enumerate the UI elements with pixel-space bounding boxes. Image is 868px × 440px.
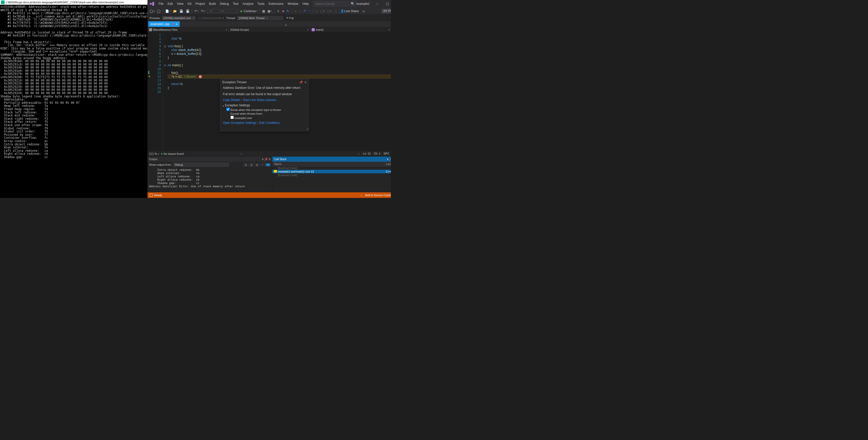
copy-details-link[interactable]: Copy Details: [223, 98, 240, 102]
console-title-text: c:\MSDN\cpp-docs-pr\docs\c-language\ASAN…: [6, 1, 124, 4]
add-source-control-button[interactable]: ↑ Add to Source Control ▴: [361, 194, 391, 197]
nav-project-combo[interactable]: Miscellaneous Files: [148, 28, 229, 32]
close-tab-icon[interactable]: ✕: [176, 23, 178, 26]
dbg-extra-4[interactable]: ⬚: [333, 9, 338, 13]
callstack-row[interactable]: example1.exe!main() Line 12C++: [272, 170, 391, 173]
pause-button[interactable]: ⏸: [276, 9, 281, 13]
callstack-row[interactable]: [External Code]: [272, 173, 391, 177]
exception-popup: Exception Thrown 📌 ✕ Address Sanitizer E…: [220, 79, 309, 131]
nav-fwd-button[interactable]: ◯: [156, 9, 161, 13]
output-btn-5[interactable]: ≡: [266, 163, 271, 166]
callstack-table[interactable]: NameLang: [272, 162, 391, 166]
nav-member-combo[interactable]: main(): [310, 28, 391, 32]
edit-conditions-link[interactable]: Edit Conditions: [259, 121, 280, 125]
menu-tools[interactable]: Tools: [255, 1, 267, 7]
redo-button[interactable]: ↷: [200, 9, 206, 13]
step-into-button[interactable]: ↓: [299, 9, 302, 13]
break-when-thrown-checkbox[interactable]: Break when this exception type is thrown: [226, 107, 306, 112]
output-btn-2[interactable]: ▤: [249, 163, 254, 166]
search-input[interactable]: [315, 2, 348, 5]
cs-pin-icon[interactable]: 📌: [389, 158, 391, 161]
dbg-extra-2[interactable]: ⬚: [319, 9, 326, 13]
new-button[interactable]: 📄: [164, 9, 172, 13]
fold-gutter[interactable]: ⊟⊟: [163, 32, 167, 151]
callstack-row[interactable]: [External Code]: [272, 166, 391, 170]
thread-combo[interactable]: [24608] Main Thread: [237, 16, 283, 20]
output-source-combo[interactable]: Debug: [173, 163, 229, 167]
stop-button[interactable]: ■: [281, 9, 285, 13]
step-over-button[interactable]: ↷: [303, 9, 307, 13]
nav-scope-combo[interactable]: (Global Scope): [229, 28, 310, 32]
output-pin-icon[interactable]: 📌: [265, 158, 268, 161]
thread-btn-2[interactable]: ⚑: [288, 17, 291, 20]
exception-settings-header[interactable]: Exception Settings: [223, 103, 306, 107]
menu-build[interactable]: Build: [207, 1, 218, 7]
step-out-button[interactable]: ↑: [308, 9, 311, 13]
except-example1-checkbox[interactable]: example1.exe: [230, 116, 306, 120]
cs-menu-icon[interactable]: ▾: [387, 158, 388, 161]
output-btn-4[interactable]: ≡: [260, 163, 265, 166]
restart-button[interactable]: ↻: [285, 9, 290, 13]
open-exception-settings-link[interactable]: Open Exception Settings: [223, 121, 256, 125]
menu-test[interactable]: Test: [231, 1, 241, 7]
callstack-rows[interactable]: [External Code]example1.exe!main() Line …: [272, 166, 391, 177]
code-editor[interactable]: ▌➜ 12345678910111213141516 ⊟⊟ char *x; v…: [148, 32, 391, 151]
menu-view[interactable]: View: [175, 1, 186, 7]
output-btn-1[interactable]: ▤: [243, 163, 248, 166]
feedback-button[interactable]: ☺: [361, 9, 366, 13]
output-close-icon[interactable]: ✕: [269, 158, 271, 161]
maximize-button[interactable]: ▢: [382, 0, 391, 8]
platform-combo[interactable]: [221, 9, 237, 13]
cs-col-name[interactable]: Name: [273, 162, 384, 166]
menu-window[interactable]: Window: [285, 1, 301, 7]
continue-button[interactable]: Continue: [240, 9, 258, 13]
menu-git[interactable]: Git: [186, 1, 193, 7]
output-btn-3[interactable]: ▤: [254, 163, 259, 166]
thread-btn-1[interactable]: ⚑: [286, 17, 288, 20]
save-button[interactable]: 💾: [179, 9, 184, 13]
live-share-button[interactable]: 👤 Live Share: [340, 9, 359, 13]
tab-overflow-button[interactable]: ▾: [284, 24, 288, 27]
stackframe-btn[interactable]: ▦: [291, 17, 293, 20]
zoom-combo[interactable]: 111 %: [149, 152, 159, 155]
line-number-gutter: 12345678910111213141516: [151, 32, 163, 151]
resize-grip-icon[interactable]: ◢: [220, 127, 309, 131]
app-status-bar: Ready ↑ Add to Source Control ▴ 🔔: [148, 192, 391, 198]
search-box[interactable]: 🔍: [313, 1, 356, 7]
line-indicator: Ln: 12: [363, 152, 371, 155]
open-button[interactable]: 📂: [172, 9, 178, 13]
process-label: Process:: [150, 17, 160, 20]
dbg-btn-2[interactable]: ▦: [267, 9, 273, 13]
menu-analyze[interactable]: Analyze: [241, 1, 255, 7]
saveall-button[interactable]: 💾: [185, 9, 191, 13]
show-next-stmt-button[interactable]: →: [293, 9, 298, 13]
dbg-extra-3[interactable]: ⬚: [326, 9, 333, 13]
menu-project[interactable]: Project: [193, 1, 207, 7]
lifecycle-events-button[interactable]: ◻ Lifecycle Events ▾: [198, 17, 224, 20]
menu-file[interactable]: File: [157, 1, 165, 7]
dbg-btn-1[interactable]: ▦: [261, 9, 266, 13]
indent-indicator[interactable]: SPC: [383, 152, 389, 155]
console-icon: [1, 1, 5, 4]
exc-pin-icon[interactable]: 📌: [299, 81, 303, 84]
undo-button[interactable]: ↶: [193, 9, 199, 13]
doctab-example1[interactable]: example1.cpp 📌 ✕: [149, 21, 180, 27]
code-area[interactable]: char *x; void foo() { char stack_buffer[…: [167, 32, 391, 151]
minimize-button[interactable]: ─: [372, 0, 382, 8]
output-menu-icon[interactable]: ▾: [262, 158, 264, 161]
config-combo[interactable]: [209, 9, 220, 13]
cs-col-lang[interactable]: Lang: [384, 162, 391, 166]
standard-toolbar: ◯ ◯ 📄 📂 💾 💾 ↶ ↷ Continue ▦ ▦ ⏸ ■ ↻ → ↓ ↷…: [148, 8, 391, 15]
output-from-label: Show output from:: [149, 163, 172, 166]
menu-extensions[interactable]: Extensions: [267, 1, 285, 7]
menu-help[interactable]: Help: [301, 1, 311, 7]
nav-back-button[interactable]: ◯: [149, 9, 156, 13]
process-combo[interactable]: [33336] example1.exe: [162, 16, 195, 20]
pin-icon[interactable]: 📌: [171, 23, 174, 26]
dbg-extra-1[interactable]: ⬚: [314, 9, 319, 13]
start-liveshare-link[interactable]: Start Live Share session...: [243, 98, 278, 102]
menu-debug[interactable]: Debug: [218, 1, 231, 7]
menu-edit[interactable]: Edit: [165, 1, 175, 7]
console-titlebar[interactable]: c:\MSDN\cpp-docs-pr\docs\c-language\ASAN…: [0, 0, 148, 5]
exc-close-icon[interactable]: ✕: [304, 81, 307, 84]
